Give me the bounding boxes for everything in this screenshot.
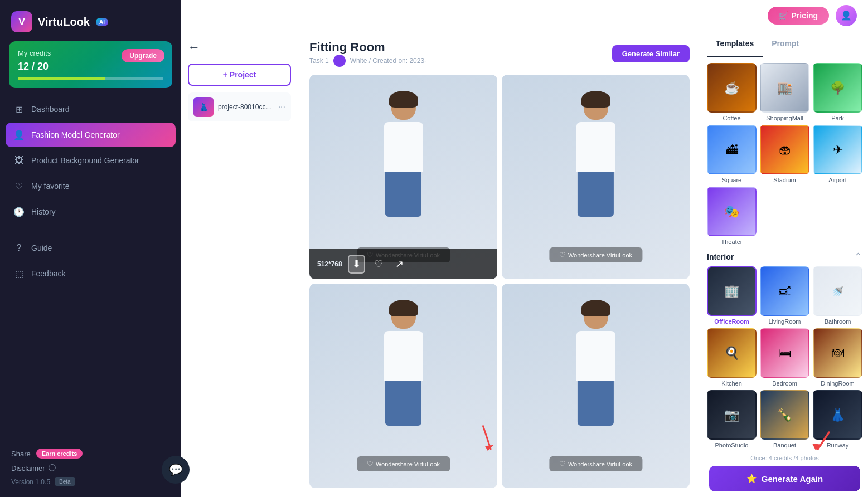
share-label: Share bbox=[11, 450, 31, 458]
image-card-4[interactable]: ♡ Wondershare VirtuLook bbox=[502, 284, 690, 488]
right-panel-tabs: Templates Prompt bbox=[701, 31, 868, 57]
template-theater[interactable]: 🎭 Theater bbox=[707, 187, 757, 245]
template-coffee-label: Coffee bbox=[722, 115, 740, 121]
generate-again-button[interactable]: ⭐ Generate Again bbox=[709, 466, 860, 491]
project-item[interactable]: 👗 project-80010cc0f44f4dfc ··· bbox=[188, 92, 291, 121]
watermark-3: ♡ Wondershare VirtuLook bbox=[357, 456, 450, 471]
template-office-label: OfficeRoom bbox=[714, 318, 749, 325]
interior-title: Interior bbox=[707, 252, 734, 261]
template-dining-label: DiningRoom bbox=[821, 380, 855, 387]
version-text: Version 1.0.5 bbox=[11, 478, 50, 486]
outdoor-top-row: ☕ Coffee 🏬 ShoppingMall 🌳 Park bbox=[707, 63, 862, 121]
sidebar-item-history[interactable]: 🕐 History bbox=[6, 199, 176, 224]
watermark-4: ♡ Wondershare VirtuLook bbox=[549, 456, 642, 471]
sidebar-item-dashboard[interactable]: ⊞ Dashboard bbox=[6, 97, 176, 121]
template-bathroom-label: Bathroom bbox=[825, 318, 851, 325]
template-bedroom[interactable]: 🛏 Bedroom bbox=[760, 328, 809, 387]
template-square[interactable]: 🏙 Square bbox=[707, 125, 757, 183]
template-kitchen[interactable]: 🍳 Kitchen bbox=[707, 328, 757, 387]
back-button[interactable]: ← bbox=[188, 40, 200, 55]
sidebar: V VirtuLook AI My credits 12 / 20 Upgrad… bbox=[0, 0, 181, 497]
credits-box: My credits 12 / 20 Upgrade bbox=[9, 41, 172, 88]
version-row: Version 1.0.5 Beta bbox=[11, 477, 170, 486]
interior-collapse-icon[interactable]: ⌃ bbox=[854, 251, 862, 263]
favorite-icon: ♡ bbox=[13, 181, 25, 192]
generate-similar-button[interactable]: Generate Similar bbox=[612, 45, 690, 62]
template-bedroom-label: Bedroom bbox=[772, 380, 797, 387]
task-label: Task 1 bbox=[309, 57, 329, 65]
product-bg-icon: 🖼 bbox=[13, 155, 25, 166]
generate-star-icon: ⭐ bbox=[746, 474, 757, 484]
template-photostudio[interactable]: 📷 PhotoStudio bbox=[707, 390, 757, 449]
upgrade-button[interactable]: Upgrade bbox=[122, 49, 164, 62]
download-button-1[interactable]: ⬇ bbox=[348, 255, 365, 274]
page-title: Fitting Room bbox=[309, 40, 426, 55]
template-banquet-label: Banquet bbox=[773, 442, 796, 449]
model-image-3: ♡ Wondershare VirtuLook bbox=[309, 284, 497, 488]
tab-prompt[interactable]: Prompt bbox=[763, 31, 808, 57]
sidebar-nav: ⊞ Dashboard 👤 Fashion Model Generator 🖼 … bbox=[0, 97, 181, 443]
share-button-1[interactable]: ↗ bbox=[392, 256, 407, 272]
template-mall-label: ShoppingMall bbox=[766, 115, 803, 121]
image-card-1[interactable]: ♡ Wondershare VirtuLook 512*768 ⬇ ♡ ↗ bbox=[309, 75, 497, 279]
sidebar-item-label: Feedback bbox=[31, 269, 65, 278]
left-panel: ← + Project 👗 project-80010cc0f44f4dfc ·… bbox=[181, 31, 298, 497]
template-living-label: LivingRoom bbox=[768, 318, 801, 325]
chat-bubble-button[interactable]: 💬 bbox=[162, 456, 190, 484]
interior-row-2: 🍳 Kitchen 🛏 Bedroom 🍽 DiningRoom bbox=[707, 328, 862, 387]
template-airport-label: Airport bbox=[828, 177, 846, 183]
sidebar-item-label: Guide bbox=[31, 243, 52, 252]
templates-body: ☕ Coffee 🏬 ShoppingMall 🌳 Park 🏙 bbox=[701, 57, 868, 449]
model-image-1: ♡ Wondershare VirtuLook bbox=[309, 75, 497, 279]
sidebar-item-guide[interactable]: ? Guide bbox=[6, 236, 176, 260]
template-officeroom[interactable]: 🏢 OfficeRoom bbox=[707, 266, 757, 325]
image-card-2[interactable]: ♡ Wondershare VirtuLook bbox=[502, 75, 690, 279]
pricing-label: Pricing bbox=[792, 11, 818, 20]
interior-row-1: 🏢 OfficeRoom 🛋 LivingRoom 🚿 Bathroom bbox=[707, 266, 862, 325]
user-avatar[interactable]: 👤 bbox=[836, 5, 857, 26]
body-area: ← + Project 👗 project-80010cc0f44f4dfc ·… bbox=[181, 31, 868, 497]
history-icon: 🕐 bbox=[13, 206, 25, 217]
template-bathroom[interactable]: 🚿 Bathroom bbox=[813, 266, 862, 325]
center-area: Fitting Room Task 1 White / Created on: … bbox=[298, 31, 701, 497]
image-overlay-1: 512*768 ⬇ ♡ ↗ bbox=[309, 249, 497, 279]
sidebar-item-product-bg[interactable]: 🖼 Product Background Generator bbox=[6, 148, 176, 173]
right-panel: Templates Prompt ☕ Coffee 🏬 ShoppingMall… bbox=[701, 31, 868, 497]
sidebar-item-fashion-model[interactable]: 👤 Fashion Model Generator bbox=[6, 123, 176, 147]
template-kitchen-label: Kitchen bbox=[721, 380, 742, 387]
template-banquet[interactable]: 🍾 Banquet bbox=[760, 390, 809, 449]
template-runway-label: Runway bbox=[827, 442, 849, 449]
pricing-button[interactable]: 🛒 Pricing bbox=[768, 7, 829, 25]
template-shoppingmall[interactable]: 🏬 ShoppingMall bbox=[760, 63, 809, 121]
new-project-button[interactable]: + Project bbox=[188, 64, 291, 86]
generate-again-label: Generate Again bbox=[762, 474, 823, 484]
outdoor-bottom-row: 🏙 Square 🏟 Stadium ✈ Airport bbox=[707, 125, 862, 183]
template-runway[interactable]: 👗 Runway bbox=[813, 390, 862, 449]
project-menu-button[interactable]: ··· bbox=[278, 102, 285, 112]
share-row: Share Earn credits bbox=[11, 449, 170, 459]
sidebar-item-label: Fashion Model Generator bbox=[31, 130, 120, 139]
tab-templates[interactable]: Templates bbox=[707, 31, 763, 57]
template-diningroom[interactable]: 🍽 DiningRoom bbox=[813, 328, 862, 387]
watermark-2: ♡ Wondershare VirtuLook bbox=[549, 247, 642, 262]
app-logo: V VirtuLook AI bbox=[0, 0, 181, 41]
template-photostudio-label: PhotoStudio bbox=[715, 442, 749, 449]
favorite-button-1[interactable]: ♡ bbox=[371, 256, 386, 272]
sidebar-item-label: My favorite bbox=[31, 182, 69, 191]
disclaimer-label: Disclaimer bbox=[11, 464, 45, 472]
template-theater-label: Theater bbox=[721, 238, 743, 245]
template-airport[interactable]: ✈ Airport bbox=[813, 125, 862, 183]
template-stadium[interactable]: 🏟 Stadium bbox=[760, 125, 809, 183]
interior-section-header: Interior ⌃ bbox=[707, 251, 862, 263]
sidebar-item-favorite[interactable]: ♡ My favorite bbox=[6, 174, 176, 198]
sidebar-item-feedback[interactable]: ⬚ Feedback bbox=[6, 261, 176, 286]
template-livingroom[interactable]: 🛋 LivingRoom bbox=[760, 266, 809, 325]
nav-divider bbox=[13, 230, 168, 230]
template-stadium-label: Stadium bbox=[773, 177, 796, 183]
interior-row-3: 📷 PhotoStudio 🍾 Banquet 👗 Runway bbox=[707, 390, 862, 449]
template-park[interactable]: 🌳 Park bbox=[813, 63, 862, 121]
sidebar-item-label: History bbox=[31, 207, 56, 216]
template-coffee[interactable]: ☕ Coffee bbox=[707, 63, 757, 121]
earn-credits-badge[interactable]: Earn credits bbox=[36, 449, 83, 459]
image-card-3[interactable]: ♡ Wondershare VirtuLook bbox=[309, 284, 497, 488]
